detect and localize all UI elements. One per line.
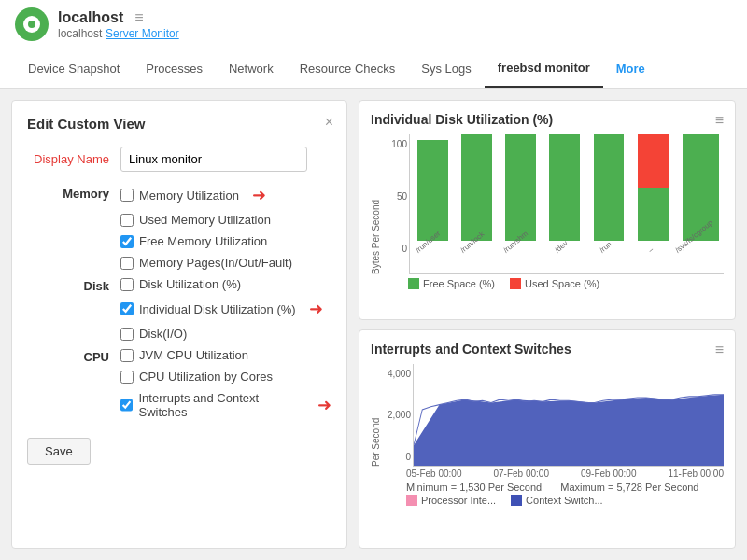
memory-arrow: ➜: [252, 185, 266, 205]
x-label-2: 07-Feb 00:00: [494, 469, 550, 479]
close-button[interactable]: ×: [325, 114, 333, 131]
edit-custom-view-panel: Edit Custom View × Display Name Memory M…: [11, 100, 347, 549]
processor-color: [406, 495, 417, 506]
header: localhost ≡ localhost Server Monitor: [0, 0, 747, 49]
free-memory-checkbox[interactable]: [120, 235, 134, 248]
used-space-label: Used Space (%): [525, 278, 599, 289]
individual-disk-option[interactable]: Individual Disk Utilization (%) ➜: [120, 299, 323, 319]
cpu-cores-checkbox[interactable]: [120, 371, 134, 384]
legend-processor: Processor Inte...: [406, 495, 496, 506]
memory-pages-option[interactable]: Memory Pages(In/Out/Fault): [120, 256, 292, 270]
x-label-3: 09-Feb 00:00: [581, 469, 637, 479]
hamburger-menu-icon[interactable]: ≡: [134, 9, 143, 26]
free-space-label: Free Space (%): [423, 278, 495, 289]
bar-sys-fs-cgroup: /sys/fs/cgroup: [678, 134, 724, 253]
disk-y-axis: 100 50 0: [383, 134, 409, 274]
used-memory-label: Used Memory Utilization: [139, 213, 271, 227]
cpu-cores-label: CPU Utilization by Cores: [139, 370, 273, 384]
individual-disk-checkbox[interactable]: [120, 302, 134, 315]
individual-disk-label: Individual Disk Utilization (%): [139, 302, 296, 316]
context-chart-area: [413, 364, 724, 467]
disk-arrow: ➜: [309, 299, 323, 319]
interrupts-option[interactable]: Interrupts and Context Switches ➜: [120, 391, 331, 419]
nav-freebsd-monitor[interactable]: freebsd monitor: [485, 49, 603, 88]
nav-resource-checks[interactable]: Resource Checks: [287, 50, 409, 87]
display-name-label: Display Name: [27, 152, 120, 166]
memory-pages-checkbox[interactable]: [120, 257, 134, 270]
context-color: [511, 495, 522, 506]
logo: [15, 7, 49, 41]
right-panel: Individual Disk Utilization (%) ≡ Bytes …: [359, 100, 736, 549]
disk-y-axis-title: Bytes Per Second: [371, 134, 381, 274]
context-y-axis-title: Per Second: [371, 364, 381, 467]
hostname: localhost: [58, 9, 123, 26]
context-switch-label: Context Switch...: [526, 495, 603, 506]
nav-network[interactable]: Network: [216, 50, 287, 87]
bar-run-shm: /run/shm: [501, 134, 540, 253]
disk-io-option[interactable]: Disk(I/O): [120, 327, 323, 341]
nav-device-snapshot[interactable]: Device Snapshot: [15, 50, 133, 87]
jvm-cpu-option[interactable]: JVM CPU Utilization: [120, 348, 331, 362]
memory-utilization-label: Memory Utilization: [139, 189, 239, 203]
display-name-row: Display Name: [27, 147, 331, 172]
disk-section: Disk Disk Utilization (%) Individual Dis…: [27, 277, 331, 341]
nav-processes[interactable]: Processes: [133, 50, 216, 87]
disk-bars-area: /run/user /run/lock /run/shm: [409, 134, 724, 274]
svg-marker-0: [414, 394, 724, 465]
disk-utilization-option[interactable]: Disk Utilization (%): [120, 277, 323, 291]
cpu-cores-option[interactable]: CPU Utilization by Cores: [120, 370, 331, 384]
memory-options: Memory Utilization ➜ Used Memory Utiliza…: [120, 185, 292, 270]
context-max: Maximum = 5,728 Per Second: [560, 482, 698, 493]
cpu-options: JVM CPU Utilization CPU Utilization by C…: [120, 348, 331, 419]
context-x-axis: 05-Feb 00:00 07-Feb 00:00 09-Feb 00:00 1…: [371, 469, 724, 479]
disk-options: Disk Utilization (%) Individual Disk Uti…: [120, 277, 323, 341]
context-area-svg: [414, 364, 724, 466]
memory-pages-label: Memory Pages(In/Out/Fault): [139, 256, 292, 270]
used-space-color: [510, 278, 521, 289]
legend-context: Context Switch...: [511, 495, 603, 506]
disk-chart-menu-icon[interactable]: ≡: [715, 112, 724, 129]
used-memory-option[interactable]: Used Memory Utilization: [120, 213, 292, 227]
nav-more[interactable]: More: [603, 50, 658, 87]
server-monitor-link[interactable]: Server Monitor: [106, 27, 179, 40]
used-memory-checkbox[interactable]: [120, 214, 134, 227]
disk-io-label: Disk(I/O): [139, 327, 187, 341]
cpu-section: CPU JVM CPU Utilization CPU Utilization …: [27, 348, 331, 419]
context-y-axis: 4,000 2,000 0: [383, 364, 413, 467]
interrupts-label: Interrupts and Context Switches: [138, 391, 304, 419]
cpu-label: CPU: [27, 348, 120, 419]
memory-utilization-checkbox[interactable]: [120, 189, 134, 202]
bar-dev: /dev: [545, 134, 584, 253]
jvm-cpu-label: JVM CPU Utilization: [139, 348, 248, 362]
memory-utilization-option[interactable]: Memory Utilization ➜: [120, 185, 292, 205]
interrupts-checkbox[interactable]: [120, 399, 133, 412]
disk-legend: Free Space (%) Used Space (%): [371, 278, 724, 289]
context-chart-card: Interrupts and Context Switches ≡ Per Se…: [359, 329, 736, 550]
free-memory-option[interactable]: Free Memory Utilization: [120, 234, 292, 248]
host-subtitle: localhost: [58, 27, 102, 40]
processor-label: Processor Inte...: [421, 495, 496, 506]
bar-run: /run: [589, 134, 627, 253]
jvm-cpu-checkbox[interactable]: [120, 349, 134, 362]
legend-free-space: Free Space (%): [408, 278, 495, 289]
free-memory-label: Free Memory Utilization: [139, 234, 267, 248]
context-chart-menu-icon[interactable]: ≡: [715, 342, 724, 358]
context-legend: Processor Inte... Context Switch...: [371, 495, 724, 506]
memory-label: Memory: [27, 185, 120, 270]
memory-section: Memory Memory Utilization ➜ Used Memory …: [27, 185, 331, 270]
nav-sys-logs[interactable]: Sys Logs: [408, 50, 484, 87]
panel-title: Edit Custom View: [27, 116, 331, 132]
disk-label: Disk: [27, 277, 120, 341]
context-stats: Minimum = 1,530 Per Second Maximum = 5,7…: [371, 482, 724, 493]
disk-chart-card: Individual Disk Utilization (%) ≡ Bytes …: [359, 100, 736, 320]
cpu-arrow: ➜: [317, 395, 331, 415]
disk-utilization-checkbox[interactable]: [120, 278, 134, 291]
bar-run-user: /run/user: [414, 134, 452, 253]
disk-chart-title: Individual Disk Utilization (%): [371, 112, 724, 127]
save-button[interactable]: Save: [27, 438, 91, 465]
disk-utilization-label: Disk Utilization (%): [139, 277, 241, 291]
legend-used-space: Used Space (%): [510, 278, 599, 289]
context-chart-title: Interrupts and Context Switches: [371, 342, 724, 357]
display-name-input[interactable]: [120, 147, 307, 172]
disk-io-checkbox[interactable]: [120, 328, 134, 341]
